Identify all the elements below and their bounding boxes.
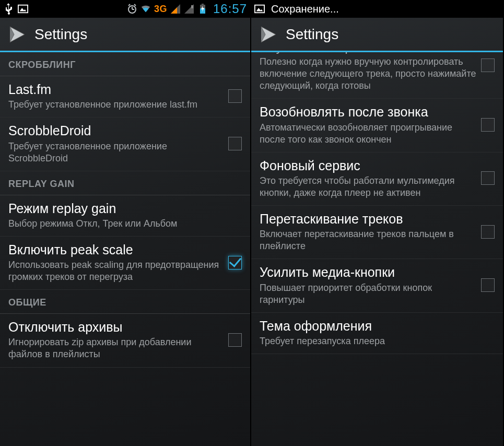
status-bar: Сохранение... [251,0,503,18]
status-saving-text: Сохранение... [271,3,339,15]
picture-icon [254,4,265,14]
pref-summary: Игнорировать zip архивы при добавлении ф… [8,336,224,360]
svg-marker-1 [20,8,27,11]
svg-rect-17 [255,5,264,13]
usb-icon [3,4,14,14]
pref-drag-tracks[interactable]: Перетаскивание треков Включает перетаски… [251,206,503,259]
category-general: ОБЩИЕ [0,290,250,314]
pref-summary: Требует установленное приложение last.fm [8,99,224,111]
pref-summary: Это требуется чтобы работали мультимедия… [260,175,477,199]
pref-title: Режим replay gain [8,201,238,217]
svg-marker-18 [256,8,263,11]
network-3g-label: 3G [154,4,167,15]
checkbox-resume-after-call[interactable] [481,118,495,132]
pref-peak-scale[interactable]: Включить peak scale Использовать peak sc… [0,237,250,290]
signal-sim2-icon [184,4,194,14]
checkbox-peak-scale[interactable] [228,256,242,269]
pref-title: Пауза после трека [260,52,477,55]
pref-replaygain-mode[interactable]: Режим replay gain Выбор режима Откл, Тре… [0,195,250,237]
svg-rect-13 [202,4,204,5]
wifi-icon [140,4,151,14]
pref-title: ScrobbleDroid [8,123,224,139]
phone-screen-left: 3G 16:57 Settings СКРОББЛИНГ Last.fm Тре… [0,0,251,446]
pref-boost-media-buttons[interactable]: Усилить медиа-кнопки Повышает приоритет … [251,259,503,312]
alarm-icon [127,4,137,14]
preference-list[interactable]: Пауза после трека Полезно когда нужно вр… [251,52,503,446]
pref-title: Тема оформления [260,318,490,334]
clock-time: 16:57 [213,2,247,16]
action-bar: Settings [251,18,503,52]
pref-summary: Полезно когда нужно вручную контролирова… [260,56,477,92]
pref-title: Усилить медиа-кнопки [260,264,477,280]
signal-sim1-icon [170,4,181,14]
screen-title: Settings [286,26,338,43]
pref-title: Перетаскивание треков [260,211,477,227]
svg-line-5 [128,4,130,6]
pref-lastfm[interactable]: Last.fm Требует установленное приложение… [0,76,250,118]
svg-line-6 [134,4,136,6]
phone-screen-right: Сохранение... Settings Пауза после трека… [251,0,503,446]
pref-summary: Использовать peak scaling для предотвращ… [8,259,224,283]
pref-disable-archives[interactable]: Отключить архивы Игнорировать zip архивы… [0,314,250,367]
pref-title: Отключить архивы [8,319,224,335]
pref-theme[interactable]: Тема оформления Требует перезапуска плее… [251,313,503,354]
battery-charging-icon [197,4,208,14]
pref-summary: Повышает приоритет обработки кнопок гарн… [260,282,477,306]
action-bar: Settings [0,18,250,52]
pref-summary: Выбор режима Откл, Трек или Альбом [8,218,238,230]
pref-summary: Требует установленное приложение Scrobbl… [8,140,224,165]
picture-icon [18,4,28,14]
pref-pause-after-track[interactable]: Пауза после трека Полезно когда нужно вр… [251,52,503,99]
svg-rect-0 [18,5,28,13]
app-logo-icon [6,24,27,45]
checkbox-pause-after-track[interactable] [481,58,495,72]
pref-resume-after-call[interactable]: Возобновлять после звонка Автоматически … [251,99,503,152]
checkbox-drag-tracks[interactable] [481,225,495,239]
preference-list[interactable]: СКРОББЛИНГ Last.fm Требует установленное… [0,52,250,446]
category-scrobbling: СКРОББЛИНГ [0,52,250,76]
pref-title: Last.fm [8,81,224,98]
pref-scrobbledroid[interactable]: ScrobbleDroid Требует установленное прил… [0,118,250,171]
pref-summary: Включает перетаскивание треков пальцем в… [260,228,477,252]
checkbox-lastfm[interactable] [228,89,242,103]
checkbox-background-service[interactable] [481,171,495,185]
pref-background-service[interactable]: Фоновый сервис Это требуется чтобы работ… [251,152,503,206]
checkbox-scrobbledroid[interactable] [228,137,242,150]
pref-title: Возобновлять после звонка [260,104,477,120]
checkbox-disable-archives[interactable] [228,333,242,347]
pref-title: Включить peak scale [8,242,224,258]
app-logo-icon [257,24,278,45]
pref-title: Фоновый сервис [260,158,477,174]
category-replaygain: REPLAY GAIN [0,171,250,195]
svg-rect-10 [191,5,193,8]
pref-summary: Автоматически возобновляет проигрывание … [260,122,477,146]
status-bar: 3G 16:57 [0,0,250,18]
svg-marker-8 [171,7,177,14]
checkbox-boost-media-buttons[interactable] [481,278,495,292]
pref-summary: Требует перезапуска плеера [260,335,490,347]
screen-title: Settings [34,26,87,43]
